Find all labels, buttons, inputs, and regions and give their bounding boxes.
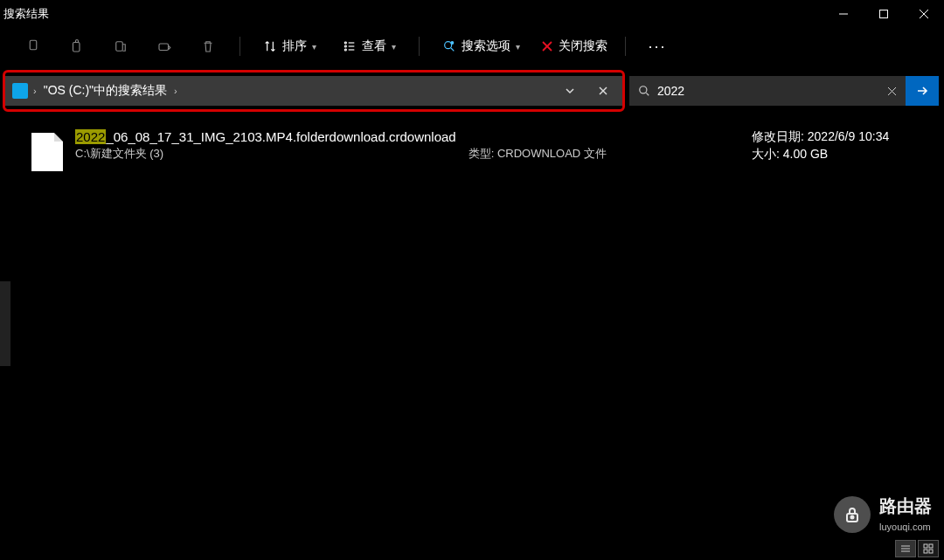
search-options-dropdown[interactable]: 搜索选项 ▾ bbox=[437, 35, 525, 58]
svg-line-22 bbox=[646, 93, 649, 95]
chevron-down-icon: ▾ bbox=[516, 42, 520, 52]
separator bbox=[625, 37, 626, 56]
copy-icon[interactable] bbox=[63, 32, 91, 60]
chevron-down-icon: ▾ bbox=[312, 42, 316, 52]
file-name: 2022_06_08_17_31_IMG_2103.MP4.folderdown… bbox=[75, 129, 456, 144]
file-name-highlight: 2022 bbox=[75, 129, 106, 144]
close-search-button[interactable]: 关闭搜索 bbox=[541, 38, 607, 54]
clear-search-button[interactable] bbox=[887, 86, 897, 96]
file-modified-label: 修改日期: bbox=[752, 129, 804, 143]
refresh-stop-button[interactable] bbox=[591, 79, 615, 103]
file-modified: 修改日期: 2022/6/9 10:34 bbox=[752, 129, 927, 145]
view-icon bbox=[343, 39, 357, 53]
close-search-label: 关闭搜索 bbox=[559, 38, 607, 54]
file-name-rest: _06_08_17_31_IMG_2103.MP4.folderdownload… bbox=[106, 129, 455, 144]
svg-rect-4 bbox=[30, 40, 37, 50]
svg-rect-33 bbox=[929, 550, 933, 553]
search-icon bbox=[638, 85, 650, 97]
svg-rect-30 bbox=[924, 544, 927, 548]
sort-label: 排序 bbox=[282, 38, 307, 54]
address-bar[interactable]: › "OS (C:)"中的搜索结果 › bbox=[5, 76, 622, 106]
watermark: 路由器 luyouqi.com bbox=[834, 494, 932, 534]
sort-dropdown[interactable]: 排序 ▾ bbox=[258, 35, 322, 58]
file-size-value: 4.00 GB bbox=[783, 147, 828, 161]
svg-point-16 bbox=[450, 41, 454, 45]
file-modified-value: 2022/6/9 10:34 bbox=[808, 129, 889, 143]
left-edge-divider bbox=[0, 114, 10, 534]
address-bar-wrap: › "OS (C:)"中的搜索结果 › bbox=[5, 76, 622, 106]
details-view-button[interactable] bbox=[895, 540, 916, 557]
paste-icon[interactable] bbox=[107, 32, 135, 60]
search-input[interactable] bbox=[657, 84, 880, 98]
separator bbox=[419, 37, 420, 56]
svg-point-9 bbox=[344, 45, 346, 47]
svg-point-10 bbox=[344, 49, 346, 51]
svg-rect-1 bbox=[880, 10, 888, 18]
file-size-label: 大小: bbox=[752, 147, 780, 161]
file-path: C:\新建文件夹 (3) bbox=[75, 146, 456, 162]
nav-row: › "OS (C:)"中的搜索结果 › bbox=[0, 65, 944, 117]
file-type: 类型: CRDOWNLOAD 文件 bbox=[469, 146, 696, 162]
separator bbox=[239, 37, 240, 56]
toolbar: 排序 ▾ 查看 ▾ 搜索选项 ▾ 关闭搜索 ··· bbox=[0, 28, 944, 65]
titlebar: 搜索结果 bbox=[0, 0, 944, 28]
svg-line-15 bbox=[451, 48, 454, 51]
sort-icon bbox=[263, 39, 277, 53]
svg-rect-31 bbox=[929, 544, 933, 548]
minimize-button[interactable] bbox=[823, 0, 864, 28]
watermark-sub: luyouqi.com bbox=[879, 522, 931, 532]
svg-rect-32 bbox=[924, 550, 927, 553]
svg-rect-5 bbox=[73, 43, 80, 52]
breadcrumb-separator: › bbox=[31, 86, 38, 96]
search-options-label: 搜索选项 bbox=[462, 38, 510, 54]
svg-point-21 bbox=[640, 86, 647, 93]
breadcrumb-separator: › bbox=[172, 86, 179, 96]
maximize-button[interactable] bbox=[864, 0, 904, 28]
rename-icon[interactable] bbox=[150, 32, 178, 60]
search-area bbox=[629, 76, 939, 106]
file-type-label: 类型: bbox=[469, 147, 495, 160]
main-pane: 2022_06_08_17_31_IMG_2103.MP4.folderdown… bbox=[0, 117, 944, 560]
svg-rect-7 bbox=[159, 44, 169, 51]
result-item[interactable]: 2022_06_08_17_31_IMG_2103.MP4.folderdown… bbox=[31, 124, 944, 176]
view-label: 查看 bbox=[362, 38, 386, 54]
svg-rect-6 bbox=[116, 42, 123, 52]
file-type-value: CRDOWNLOAD 文件 bbox=[497, 147, 607, 160]
search-box[interactable] bbox=[629, 76, 906, 106]
close-icon bbox=[541, 40, 553, 52]
view-dropdown[interactable]: 查看 ▾ bbox=[337, 35, 401, 58]
svg-point-26 bbox=[851, 515, 854, 518]
file-name-overflow bbox=[469, 129, 696, 144]
breadcrumb[interactable]: "OS (C:)"中的搜索结果 bbox=[42, 83, 169, 99]
statusbar bbox=[895, 537, 944, 560]
chevron-down-icon: ▾ bbox=[392, 42, 396, 52]
window-controls bbox=[823, 0, 944, 28]
search-submit-button[interactable] bbox=[906, 76, 939, 106]
file-icon bbox=[31, 133, 63, 171]
window-title: 搜索结果 bbox=[3, 6, 49, 22]
results-list: 2022_06_08_17_31_IMG_2103.MP4.folderdown… bbox=[0, 117, 944, 560]
cut-icon[interactable] bbox=[19, 32, 47, 60]
history-dropdown-button[interactable] bbox=[558, 79, 582, 103]
file-size: 大小: 4.00 GB bbox=[752, 147, 927, 162]
search-options-icon bbox=[442, 39, 456, 53]
svg-point-8 bbox=[344, 42, 346, 44]
icons-view-button[interactable] bbox=[918, 540, 939, 557]
delete-icon[interactable] bbox=[194, 32, 222, 60]
more-button[interactable]: ··· bbox=[643, 32, 671, 60]
drive-icon bbox=[12, 83, 28, 99]
close-button[interactable] bbox=[904, 0, 944, 28]
watermark-title: 路由器 bbox=[879, 494, 932, 518]
watermark-icon bbox=[834, 496, 871, 533]
